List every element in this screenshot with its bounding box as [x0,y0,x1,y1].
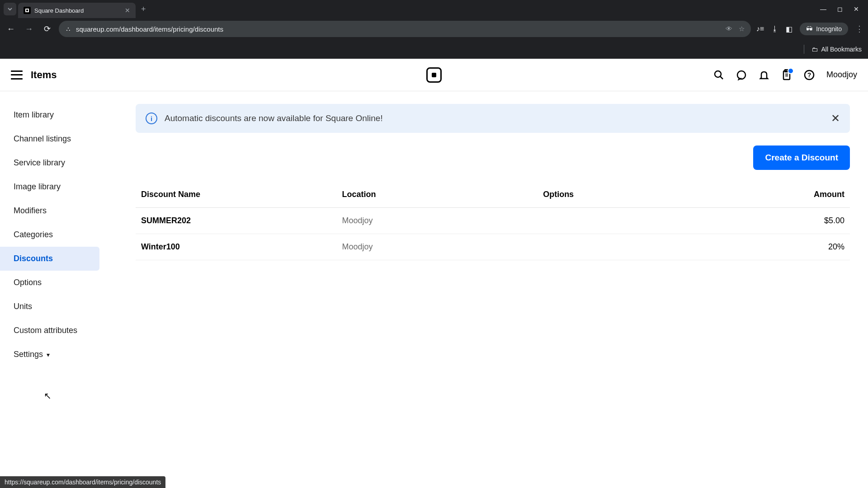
sidebar-item-categories[interactable]: Categories [0,223,127,247]
cell-amount: $5.00 [744,216,844,225]
clipboard-icon[interactable] [781,69,792,81]
bookmarks-bar: 🗀 All Bookmarks [0,40,868,59]
sidebar: Item library Channel listings Service li… [0,91,127,488]
user-name[interactable]: Moodjoy [826,70,857,80]
status-bar: https://squareup.com/dashboard/items/pri… [0,476,165,488]
sidebar-item-service-library[interactable]: Service library [0,151,127,175]
close-window-button[interactable]: ✕ [854,5,859,13]
table-header: Discount Name Location Options Amount [136,182,850,208]
reload-button[interactable]: ⟳ [41,24,53,34]
sidebar-item-discounts[interactable]: Discounts [0,247,99,271]
cell-name: SUMMER202 [141,216,342,225]
cell-name: Winter100 [141,242,342,252]
window-controls: — ◻ ✕ [820,5,864,13]
cell-location: Moodjoy [342,216,543,225]
banner-close-button[interactable]: ✕ [831,112,840,125]
incognito-indicator[interactable]: 🕶 Incognito [800,23,848,35]
info-banner: i Automatic discounts are now available … [136,104,850,133]
url-text: squareup.com/dashboard/items/pricing/dis… [76,25,223,33]
square-logo[interactable] [426,67,442,83]
th-options: Options [543,190,744,199]
incognito-icon: 🕶 [806,25,812,33]
th-name: Discount Name [141,190,342,199]
th-location: Location [342,190,543,199]
incognito-label: Incognito [816,25,842,33]
browser-chrome: Square Dashboard ✕ + — ◻ ✕ ← → ⟳ ⛬ squar… [0,0,868,59]
all-bookmarks-link[interactable]: All Bookmarks [821,46,862,53]
info-icon: i [146,113,157,124]
media-control-icon[interactable]: ♪≡ [756,25,764,33]
visibility-off-icon[interactable]: 👁 [726,25,732,33]
svg-point-2 [737,71,745,79]
create-discount-button[interactable]: Create a Discount [753,145,850,170]
sidebar-item-units[interactable]: Units [0,295,127,319]
side-panel-icon[interactable]: ◧ [786,25,793,33]
search-icon[interactable] [713,70,724,80]
discounts-table: Discount Name Location Options Amount SU… [136,182,850,260]
cell-amount: 20% [744,242,844,252]
help-icon[interactable]: ? [804,70,815,80]
sidebar-item-channel-listings[interactable]: Channel listings [0,127,127,151]
folder-icon: 🗀 [811,46,818,53]
table-row[interactable]: SUMMER202 Moodjoy $5.00 [136,208,850,234]
browser-tab[interactable]: Square Dashboard ✕ [18,3,136,18]
site-info-icon[interactable]: ⛬ [65,25,71,33]
sidebar-item-custom-attributes[interactable]: Custom attributes [0,319,127,343]
svg-text:?: ? [807,71,811,79]
cell-location: Moodjoy [342,242,543,252]
notifications-icon[interactable] [759,70,769,80]
chevron-down-icon: ▾ [45,351,50,358]
new-tab-button[interactable]: + [137,5,150,14]
sidebar-item-options[interactable]: Options [0,271,127,295]
sidebar-item-settings[interactable]: Settings ▾ [0,343,127,366]
minimize-button[interactable]: — [820,5,826,13]
address-bar: ← → ⟳ ⛬ squareup.com/dashboard/items/pri… [0,18,868,40]
banner-text: Automatic discounts are now available fo… [165,113,383,123]
bookmark-star-icon[interactable]: ☆ [739,25,745,33]
sidebar-item-item-library[interactable]: Item library [0,103,127,127]
menu-button[interactable] [11,70,23,80]
downloads-icon[interactable]: ⭳ [771,25,778,33]
url-field[interactable]: ⛬ squareup.com/dashboard/items/pricing/d… [59,21,751,37]
sidebar-item-image-library[interactable]: Image library [0,175,127,199]
main-content: i Automatic discounts are now available … [127,91,868,488]
tab-title: Square Dashboard [34,7,121,14]
tab-favicon [24,7,31,14]
browser-menu-button[interactable]: ⋮ [855,24,863,34]
maximize-button[interactable]: ◻ [837,5,843,13]
table-row[interactable]: Winter100 Moodjoy 20% [136,234,850,260]
th-amount: Amount [744,190,844,199]
app-header: Items ? Moodjoy [0,59,868,91]
svg-point-0 [715,71,721,77]
svg-line-1 [720,76,723,79]
page-title: Items [31,69,57,81]
tab-strip: Square Dashboard ✕ + — ◻ ✕ [0,0,868,18]
tab-close-icon[interactable]: ✕ [125,7,130,14]
forward-button[interactable]: → [23,24,35,34]
tab-search-button[interactable] [4,3,16,15]
app-root: Items ? Moodjoy Item library Channel lis… [0,59,868,488]
sidebar-item-modifiers[interactable]: Modifiers [0,199,127,223]
back-button[interactable]: ← [5,24,17,34]
chat-icon[interactable] [736,70,747,80]
